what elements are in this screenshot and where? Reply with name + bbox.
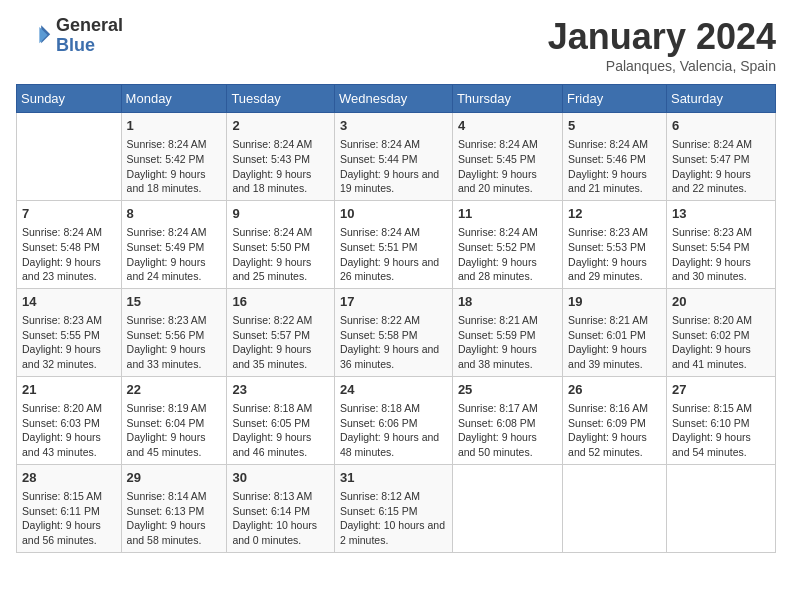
sunset-text: Sunset: 6:04 PM <box>127 417 205 429</box>
daylight-text: Daylight: 9 hours and 35 minutes. <box>232 343 311 370</box>
daylight-text: Daylight: 9 hours and 39 minutes. <box>568 343 647 370</box>
sunrise-text: Sunrise: 8:21 AM <box>458 314 538 326</box>
day-number: 7 <box>22 205 116 223</box>
sunrise-text: Sunrise: 8:24 AM <box>232 138 312 150</box>
cell-content: Sunrise: 8:23 AM Sunset: 5:55 PM Dayligh… <box>22 313 116 372</box>
calendar-cell: 24 Sunrise: 8:18 AM Sunset: 6:06 PM Dayl… <box>334 376 452 464</box>
weekday-header: Monday <box>121 85 227 113</box>
calendar-week-row: 7 Sunrise: 8:24 AM Sunset: 5:48 PM Dayli… <box>17 200 776 288</box>
sunset-text: Sunset: 6:06 PM <box>340 417 418 429</box>
sunrise-text: Sunrise: 8:21 AM <box>568 314 648 326</box>
daylight-text: Daylight: 9 hours and 26 minutes. <box>340 256 439 283</box>
day-number: 13 <box>672 205 770 223</box>
sunset-text: Sunset: 6:08 PM <box>458 417 536 429</box>
cell-content: Sunrise: 8:12 AM Sunset: 6:15 PM Dayligh… <box>340 489 447 548</box>
calendar-cell <box>17 113 122 201</box>
cell-content: Sunrise: 8:23 AM Sunset: 5:54 PM Dayligh… <box>672 225 770 284</box>
cell-content: Sunrise: 8:23 AM Sunset: 5:53 PM Dayligh… <box>568 225 661 284</box>
sunset-text: Sunset: 6:01 PM <box>568 329 646 341</box>
sunrise-text: Sunrise: 8:23 AM <box>22 314 102 326</box>
calendar-cell <box>452 464 562 552</box>
calendar-cell: 18 Sunrise: 8:21 AM Sunset: 5:59 PM Dayl… <box>452 288 562 376</box>
daylight-text: Daylight: 9 hours and 48 minutes. <box>340 431 439 458</box>
sunrise-text: Sunrise: 8:20 AM <box>22 402 102 414</box>
calendar-table: SundayMondayTuesdayWednesdayThursdayFrid… <box>16 84 776 553</box>
weekday-header: Wednesday <box>334 85 452 113</box>
logo-general: General <box>56 16 123 36</box>
calendar-week-row: 28 Sunrise: 8:15 AM Sunset: 6:11 PM Dayl… <box>17 464 776 552</box>
sunrise-text: Sunrise: 8:22 AM <box>232 314 312 326</box>
daylight-text: Daylight: 9 hours and 28 minutes. <box>458 256 537 283</box>
cell-content: Sunrise: 8:23 AM Sunset: 5:56 PM Dayligh… <box>127 313 222 372</box>
calendar-cell: 17 Sunrise: 8:22 AM Sunset: 5:58 PM Dayl… <box>334 288 452 376</box>
day-number: 8 <box>127 205 222 223</box>
sunrise-text: Sunrise: 8:24 AM <box>127 226 207 238</box>
cell-content: Sunrise: 8:14 AM Sunset: 6:13 PM Dayligh… <box>127 489 222 548</box>
cell-content: Sunrise: 8:24 AM Sunset: 5:52 PM Dayligh… <box>458 225 557 284</box>
sunrise-text: Sunrise: 8:17 AM <box>458 402 538 414</box>
cell-content: Sunrise: 8:21 AM Sunset: 6:01 PM Dayligh… <box>568 313 661 372</box>
day-number: 15 <box>127 293 222 311</box>
day-number: 31 <box>340 469 447 487</box>
day-number: 16 <box>232 293 329 311</box>
calendar-week-row: 1 Sunrise: 8:24 AM Sunset: 5:42 PM Dayli… <box>17 113 776 201</box>
cell-content: Sunrise: 8:22 AM Sunset: 5:57 PM Dayligh… <box>232 313 329 372</box>
day-number: 21 <box>22 381 116 399</box>
calendar-subtitle: Palanques, Valencia, Spain <box>548 58 776 74</box>
day-number: 5 <box>568 117 661 135</box>
page-header: General Blue January 2024 Palanques, Val… <box>16 16 776 74</box>
sunrise-text: Sunrise: 8:24 AM <box>127 138 207 150</box>
cell-content: Sunrise: 8:24 AM Sunset: 5:44 PM Dayligh… <box>340 137 447 196</box>
daylight-text: Daylight: 9 hours and 52 minutes. <box>568 431 647 458</box>
sunset-text: Sunset: 5:57 PM <box>232 329 310 341</box>
logo-text: General Blue <box>56 16 123 56</box>
sunset-text: Sunset: 6:03 PM <box>22 417 100 429</box>
calendar-cell: 22 Sunrise: 8:19 AM Sunset: 6:04 PM Dayl… <box>121 376 227 464</box>
calendar-week-row: 21 Sunrise: 8:20 AM Sunset: 6:03 PM Dayl… <box>17 376 776 464</box>
day-number: 11 <box>458 205 557 223</box>
day-number: 25 <box>458 381 557 399</box>
daylight-text: Daylight: 9 hours and 23 minutes. <box>22 256 101 283</box>
sunset-text: Sunset: 5:49 PM <box>127 241 205 253</box>
calendar-cell: 8 Sunrise: 8:24 AM Sunset: 5:49 PM Dayli… <box>121 200 227 288</box>
sunset-text: Sunset: 5:51 PM <box>340 241 418 253</box>
daylight-text: Daylight: 10 hours and 0 minutes. <box>232 519 317 546</box>
calendar-cell: 16 Sunrise: 8:22 AM Sunset: 5:57 PM Dayl… <box>227 288 335 376</box>
sunrise-text: Sunrise: 8:22 AM <box>340 314 420 326</box>
sunset-text: Sunset: 5:43 PM <box>232 153 310 165</box>
sunset-text: Sunset: 6:05 PM <box>232 417 310 429</box>
cell-content: Sunrise: 8:24 AM Sunset: 5:45 PM Dayligh… <box>458 137 557 196</box>
cell-content: Sunrise: 8:24 AM Sunset: 5:51 PM Dayligh… <box>340 225 447 284</box>
cell-content: Sunrise: 8:19 AM Sunset: 6:04 PM Dayligh… <box>127 401 222 460</box>
sunset-text: Sunset: 5:52 PM <box>458 241 536 253</box>
cell-content: Sunrise: 8:24 AM Sunset: 5:42 PM Dayligh… <box>127 137 222 196</box>
daylight-text: Daylight: 9 hours and 29 minutes. <box>568 256 647 283</box>
weekday-header: Saturday <box>666 85 775 113</box>
logo-icon <box>16 18 52 54</box>
daylight-text: Daylight: 9 hours and 32 minutes. <box>22 343 101 370</box>
cell-content: Sunrise: 8:21 AM Sunset: 5:59 PM Dayligh… <box>458 313 557 372</box>
calendar-cell: 20 Sunrise: 8:20 AM Sunset: 6:02 PM Dayl… <box>666 288 775 376</box>
sunrise-text: Sunrise: 8:12 AM <box>340 490 420 502</box>
title-block: January 2024 Palanques, Valencia, Spain <box>548 16 776 74</box>
sunset-text: Sunset: 6:15 PM <box>340 505 418 517</box>
calendar-cell <box>666 464 775 552</box>
daylight-text: Daylight: 9 hours and 22 minutes. <box>672 168 751 195</box>
calendar-header-row: SundayMondayTuesdayWednesdayThursdayFrid… <box>17 85 776 113</box>
sunrise-text: Sunrise: 8:15 AM <box>672 402 752 414</box>
cell-content: Sunrise: 8:24 AM Sunset: 5:43 PM Dayligh… <box>232 137 329 196</box>
day-number: 20 <box>672 293 770 311</box>
calendar-cell: 6 Sunrise: 8:24 AM Sunset: 5:47 PM Dayli… <box>666 113 775 201</box>
daylight-text: Daylight: 9 hours and 36 minutes. <box>340 343 439 370</box>
cell-content: Sunrise: 8:24 AM Sunset: 5:49 PM Dayligh… <box>127 225 222 284</box>
day-number: 18 <box>458 293 557 311</box>
calendar-cell: 15 Sunrise: 8:23 AM Sunset: 5:56 PM Dayl… <box>121 288 227 376</box>
calendar-cell: 12 Sunrise: 8:23 AM Sunset: 5:53 PM Dayl… <box>563 200 667 288</box>
calendar-cell: 13 Sunrise: 8:23 AM Sunset: 5:54 PM Dayl… <box>666 200 775 288</box>
cell-content: Sunrise: 8:22 AM Sunset: 5:58 PM Dayligh… <box>340 313 447 372</box>
calendar-cell: 3 Sunrise: 8:24 AM Sunset: 5:44 PM Dayli… <box>334 113 452 201</box>
daylight-text: Daylight: 9 hours and 45 minutes. <box>127 431 206 458</box>
cell-content: Sunrise: 8:24 AM Sunset: 5:46 PM Dayligh… <box>568 137 661 196</box>
weekday-header: Tuesday <box>227 85 335 113</box>
sunrise-text: Sunrise: 8:14 AM <box>127 490 207 502</box>
